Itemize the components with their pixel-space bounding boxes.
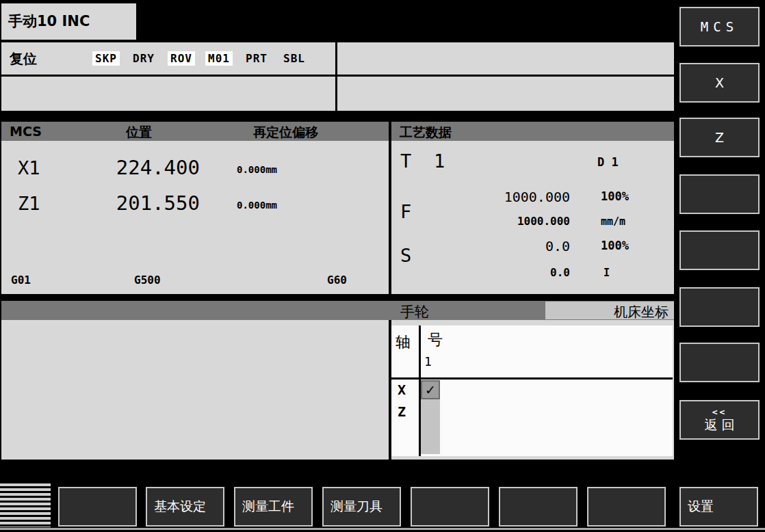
axis-row-z: Z xyxy=(398,403,406,420)
process-data-title: 工艺数据 xyxy=(400,124,452,141)
cnc-screen: 手动10 INC 复位 SKP DRY ROV M01 PRT SBL MCS … xyxy=(0,0,765,532)
feed-override: 100% xyxy=(601,189,629,203)
position-panel-header: MCS 位置 再定位偏移 xyxy=(1,122,389,141)
spindle-actual: 0.0 xyxy=(474,238,570,254)
softkey-bottom-6[interactable] xyxy=(411,487,489,527)
feed-unit: mm/m xyxy=(601,215,625,228)
spindle-override: 100% xyxy=(601,239,629,252)
axis-x1-name: X1 xyxy=(18,157,40,178)
bottom-edge-line xyxy=(0,528,765,530)
status-bar: 复位 SKP DRY ROV M01 PRT SBL xyxy=(1,42,674,111)
flag-dry: DRY xyxy=(130,51,157,66)
softkey-basic-settings[interactable]: 基本设定 xyxy=(146,487,224,527)
position-panel: MCS 位置 再定位偏移 X1 224.400 0.000mm Z1 201.5… xyxy=(1,122,389,294)
handwheel-title: 手轮 xyxy=(400,302,429,321)
program-state-label: 复位 xyxy=(10,50,37,68)
gcode-g01: G01 xyxy=(11,274,31,287)
axis-z1-position: 201.550 xyxy=(83,191,200,215)
status-bar-divider-vertical xyxy=(335,42,337,111)
axis-x1-offset: 0.000mm xyxy=(237,164,277,175)
softkey-bottom-1[interactable] xyxy=(58,487,137,527)
status-bar-divider-horizontal xyxy=(1,75,674,77)
process-data-header: 工艺数据 xyxy=(391,122,674,141)
program-control-flags: SKP DRY ROV M01 PRT SBL xyxy=(92,51,315,66)
tool-number: 1 xyxy=(434,150,445,172)
softkey-x-label: X xyxy=(715,75,724,90)
softkey-settings[interactable]: 设置 xyxy=(679,487,758,527)
softkey-measure-workpiece-label: 测量工件 xyxy=(242,498,294,516)
process-data-panel: 工艺数据 T 1 D 1 F 1000.000 100% 1000.000 mm… xyxy=(391,122,674,294)
spindle-label: S xyxy=(400,245,411,266)
handwheel-number: 1 xyxy=(424,354,432,369)
softkey-mcs[interactable]: MCS xyxy=(679,7,760,46)
softkey-settings-label: 设置 xyxy=(688,498,714,516)
softkey-z-label: Z xyxy=(715,130,724,145)
tool-edge: D 1 xyxy=(597,155,619,169)
gcode-g500: G500 xyxy=(134,274,161,287)
spindle-setpoint: 0.0 xyxy=(487,266,570,279)
machine-coord-button[interactable]: 机床坐标 xyxy=(545,302,674,319)
feed-setpoint: 1000.000 xyxy=(487,215,570,228)
spindle-unit: I xyxy=(604,267,610,279)
feed-actual: 1000.000 xyxy=(474,189,570,205)
reposition-column-label: 再定位偏移 xyxy=(253,124,318,141)
softkey-mcs-label: MCS xyxy=(701,19,738,34)
softkey-measure-tool[interactable]: 测量刀具 xyxy=(322,487,401,527)
axis-row-x: X xyxy=(398,382,406,398)
flag-skp: SKP xyxy=(92,51,120,66)
softkey-z[interactable]: Z xyxy=(679,118,760,157)
back-arrows-icon: << xyxy=(712,408,727,417)
flag-prt: PRT xyxy=(243,51,270,66)
number-column-header: 号 xyxy=(428,330,443,350)
axis-z1-offset: 0.000mm xyxy=(237,200,277,211)
selection-column-strip xyxy=(421,399,440,454)
axis-x1-position: 224.400 xyxy=(83,156,200,179)
softkey-x[interactable]: X xyxy=(679,63,760,103)
feed-label: F xyxy=(400,201,411,222)
position-column-label: 位置 xyxy=(126,124,152,141)
mode-tab-label: 手动10 INC xyxy=(8,13,90,29)
gcode-g60: G60 xyxy=(327,274,347,287)
softkey-right-4[interactable] xyxy=(679,174,760,214)
axis-x-checkbox[interactable]: ✓ xyxy=(421,380,440,399)
axis-column-header: 轴 xyxy=(396,332,411,353)
softkey-bottom-7[interactable] xyxy=(499,487,578,527)
handwheel-header: 手轮 机床坐标 xyxy=(1,301,674,320)
softkey-measure-workpiece[interactable]: 测量工件 xyxy=(234,487,313,527)
axis-z1-name: Z1 xyxy=(18,193,40,214)
softkey-back[interactable]: << 返 回 xyxy=(679,400,760,440)
softkey-basic-settings-label: 基本设定 xyxy=(154,498,206,516)
softkey-right-5[interactable] xyxy=(679,230,760,270)
softkey-measure-tool-label: 测量刀具 xyxy=(330,498,382,516)
softkey-bottom-8[interactable] xyxy=(587,487,666,527)
flag-rov: ROV xyxy=(168,51,195,66)
flag-sbl: SBL xyxy=(281,51,308,66)
table-horizontal-line xyxy=(391,377,673,380)
lower-left-panel xyxy=(1,320,389,460)
flag-m01: M01 xyxy=(205,51,233,66)
handwheel-axis-table: 轴 号 1 X Z ✓ xyxy=(391,325,673,456)
softkey-back-label: 返 回 xyxy=(704,418,734,432)
softkey-right-6[interactable] xyxy=(679,287,760,327)
mode-tab: 手动10 INC xyxy=(1,3,138,40)
menu-select-icon[interactable] xyxy=(0,483,51,527)
tool-label: T xyxy=(400,150,411,172)
handwheel-panel: 轴 号 1 X Z ✓ xyxy=(391,320,674,460)
coord-system-label: MCS xyxy=(10,124,42,139)
softkey-right-7[interactable] xyxy=(679,343,760,382)
